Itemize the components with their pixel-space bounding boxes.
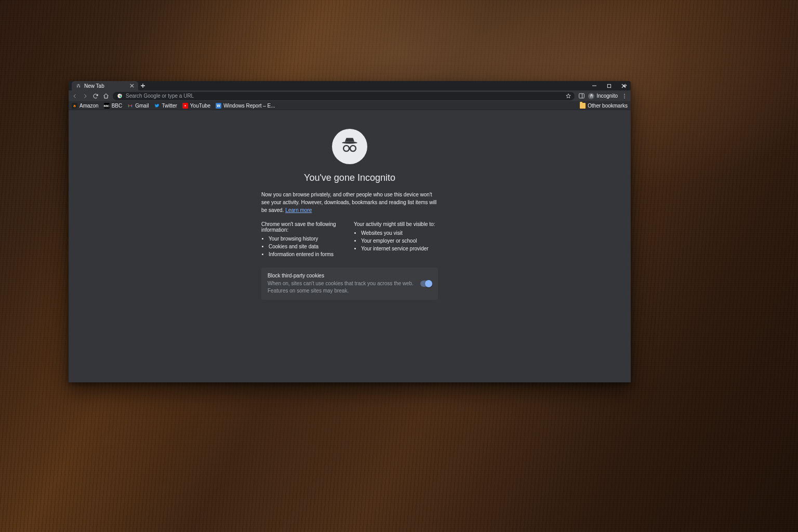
search-engine-icon	[117, 93, 123, 99]
browser-window: New Tab Search Google or type a URL	[69, 81, 631, 382]
address-bar-placeholder: Search Google or type a URL	[126, 93, 194, 99]
bbc-icon: BBC	[104, 103, 110, 109]
bookmark-youtube[interactable]: YouTube	[182, 103, 210, 109]
bookmark-amazon[interactable]: aAmazon	[72, 103, 99, 109]
side-panel-icon[interactable]	[578, 92, 585, 100]
visible-to-heading: Your activity might still be visible to:	[354, 221, 438, 227]
address-bar[interactable]: Search Google or type a URL	[113, 92, 575, 100]
bookmark-windows-report[interactable]: WWindows Report – E...	[216, 103, 275, 109]
learn-more-link[interactable]: Learn more	[285, 207, 312, 213]
visible-to-item: Websites you visit	[361, 230, 438, 236]
incognito-hero-icon	[332, 129, 367, 164]
page-title: You've gone Incognito	[261, 172, 438, 183]
reload-button[interactable]	[92, 92, 99, 100]
wont-save-item: Your browsing history	[269, 236, 345, 242]
svg-rect-0	[607, 84, 610, 87]
wont-save-heading: Chrome won't save the following informat…	[261, 221, 345, 233]
cookie-card: Block third-party cookies When on, sites…	[261, 268, 438, 300]
bookmark-gmail[interactable]: Gmail	[127, 103, 149, 109]
svg-point-8	[343, 145, 349, 151]
svg-point-2	[119, 95, 121, 97]
windows-report-icon: W	[216, 103, 221, 109]
svg-point-9	[350, 145, 356, 151]
toolbar: Search Google or type a URL Incognito	[69, 90, 631, 102]
incognito-badge-icon	[588, 93, 594, 99]
visible-to-item: Your internet service provider	[361, 246, 438, 251]
page-content: You've gone Incognito Now you can browse…	[69, 110, 631, 382]
tab-new-tab[interactable]: New Tab	[72, 81, 138, 90]
folder-icon	[580, 103, 586, 109]
info-columns: Chrome won't save the following informat…	[261, 221, 438, 259]
close-window-button[interactable]	[616, 81, 631, 90]
minimize-button[interactable]	[587, 81, 602, 90]
bookmarks-bar: aAmazon BBCBBC Gmail Twitter YouTube WWi…	[69, 102, 631, 110]
cookie-card-desc: When on, sites can't use cookies that tr…	[268, 280, 414, 295]
wont-save-item: Information entered in forms	[269, 251, 345, 257]
tab-title: New Tab	[84, 83, 104, 89]
bookmark-star-icon[interactable]	[565, 93, 571, 99]
page-description: Now you can browse privately, and other …	[261, 191, 438, 214]
close-tab-icon[interactable]	[129, 83, 135, 88]
gmail-icon	[127, 103, 133, 109]
cookie-card-title: Block third-party cookies	[268, 273, 414, 278]
incognito-indicator[interactable]: Incognito	[588, 93, 618, 99]
twitter-icon	[154, 103, 159, 109]
incognito-icon	[76, 83, 81, 88]
svg-rect-3	[579, 94, 584, 98]
youtube-icon	[182, 103, 188, 109]
forward-button[interactable]	[82, 92, 89, 100]
bookmark-twitter[interactable]: Twitter	[154, 103, 177, 109]
menu-button[interactable]	[621, 92, 628, 100]
block-cookies-toggle[interactable]	[420, 281, 432, 287]
visible-to-item: Your employer or school	[361, 238, 438, 244]
maximize-button[interactable]	[602, 81, 616, 90]
window-controls	[587, 81, 631, 90]
svg-point-7	[342, 142, 357, 144]
bookmark-bbc[interactable]: BBCBBC	[104, 103, 123, 109]
home-button[interactable]	[102, 92, 110, 100]
other-bookmarks[interactable]: Other bookmarks	[580, 103, 628, 109]
tab-strip: New Tab	[69, 81, 631, 90]
svg-point-5	[624, 96, 625, 97]
new-tab-button[interactable]	[138, 81, 148, 90]
incognito-label: Incognito	[596, 93, 618, 99]
svg-point-4	[624, 94, 625, 95]
wont-save-item: Cookies and site data	[269, 244, 345, 249]
svg-point-6	[624, 97, 625, 98]
back-button[interactable]	[71, 92, 78, 100]
amazon-icon: a	[72, 103, 77, 109]
